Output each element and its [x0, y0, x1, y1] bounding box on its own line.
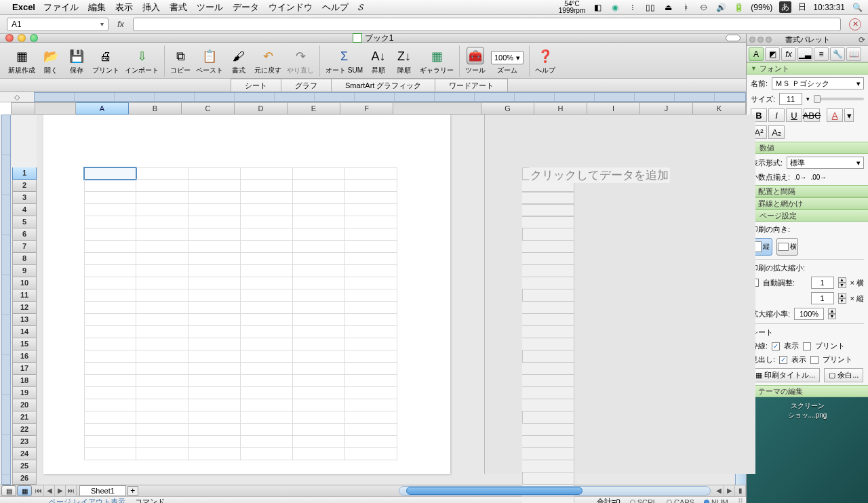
- sheet-tab-1[interactable]: Sheet1: [79, 485, 126, 496]
- paste-button[interactable]: 📋ペースト: [195, 45, 224, 77]
- cell[interactable]: [136, 411, 189, 424]
- cell[interactable]: [522, 460, 574, 472]
- cell[interactable]: [293, 277, 345, 289]
- cell[interactable]: [241, 363, 293, 375]
- cell[interactable]: [84, 167, 136, 180]
- cell[interactable]: [293, 180, 345, 192]
- cell[interactable]: [84, 241, 136, 253]
- autosum-button[interactable]: Σオート SUM: [324, 45, 364, 77]
- zoom-combo[interactable]: 100%▾: [491, 51, 524, 64]
- scale-ratio-input[interactable]: 100%: [794, 308, 824, 320]
- script-icon[interactable]: 𝓢: [358, 2, 363, 13]
- cell[interactable]: [189, 204, 241, 216]
- sort-asc-button[interactable]: A↓昇順: [367, 45, 390, 77]
- bluetooth-icon[interactable]: ᚼ: [680, 3, 691, 12]
- cell[interactable]: [522, 253, 574, 265]
- row-header-8[interactable]: 8: [12, 253, 37, 265]
- cell[interactable]: [293, 314, 345, 326]
- menubar-extra-1[interactable]: ◧: [592, 3, 603, 12]
- add-data-placeholder[interactable]: クリックしてデータを追加: [529, 167, 670, 183]
- cell[interactable]: [189, 277, 241, 289]
- col-header-g[interactable]: G: [481, 102, 534, 115]
- col-header-a[interactable]: A: [76, 102, 129, 115]
- cell[interactable]: [293, 289, 345, 302]
- normal-view-button[interactable]: ▤: [1, 485, 16, 496]
- cell[interactable]: [522, 338, 574, 350]
- palette-min-button[interactable]: [757, 37, 764, 43]
- cell[interactable]: [84, 326, 136, 338]
- ime-indicator[interactable]: あ: [779, 1, 791, 13]
- cell[interactable]: [522, 399, 574, 411]
- row-header-26[interactable]: 26: [12, 472, 37, 485]
- cell[interactable]: [293, 448, 345, 460]
- row-header-14[interactable]: 14: [12, 326, 37, 338]
- italic-button[interactable]: I: [768, 108, 785, 122]
- font-size-input[interactable]: [779, 93, 802, 105]
- cell[interactable]: [189, 265, 241, 277]
- cell[interactable]: [522, 448, 574, 460]
- cell[interactable]: [189, 338, 241, 350]
- name-box-dropdown-icon[interactable]: ▾: [100, 20, 104, 28]
- cell[interactable]: [293, 338, 345, 350]
- cell[interactable]: [241, 302, 293, 314]
- cell[interactable]: [241, 448, 293, 460]
- font-size-slider[interactable]: [814, 98, 864, 100]
- cell[interactable]: [241, 265, 293, 277]
- cell[interactable]: [189, 375, 241, 387]
- cell[interactable]: [84, 363, 136, 375]
- battery-icon[interactable]: 🔋: [733, 3, 744, 12]
- cell[interactable]: [189, 167, 241, 180]
- section-align[interactable]: ▶配置と間隔: [747, 185, 868, 197]
- cell[interactable]: [522, 289, 574, 302]
- cell[interactable]: [345, 326, 397, 338]
- menu-data[interactable]: データ: [233, 1, 259, 14]
- undo-button[interactable]: ↶元に戻す: [253, 45, 283, 77]
- window-close-button[interactable]: [5, 34, 14, 42]
- cell[interactable]: [189, 192, 241, 204]
- cell[interactable]: [293, 363, 345, 375]
- cell[interactable]: [241, 204, 293, 216]
- cell[interactable]: [345, 387, 397, 399]
- phone-icon[interactable]: ▯▯: [645, 3, 656, 12]
- cell[interactable]: [345, 192, 397, 204]
- tab-nav-first[interactable]: ⏮: [33, 485, 44, 496]
- cell[interactable]: [293, 228, 345, 241]
- cell[interactable]: [189, 253, 241, 265]
- cell[interactable]: [84, 277, 136, 289]
- cell[interactable]: [345, 167, 397, 180]
- cell[interactable]: [522, 375, 574, 387]
- cell[interactable]: [84, 399, 136, 411]
- add-sheet-button[interactable]: +: [127, 486, 138, 496]
- row-header-12[interactable]: 12: [12, 302, 37, 314]
- cell[interactable]: [189, 228, 241, 241]
- palette-tab-review[interactable]: ≡: [814, 47, 829, 61]
- font-color-button[interactable]: A: [827, 108, 843, 122]
- cell[interactable]: [345, 448, 397, 460]
- cell[interactable]: [241, 350, 293, 363]
- cell[interactable]: [189, 241, 241, 253]
- cell[interactable]: [522, 497, 574, 503]
- desktop-file[interactable]: スクリーンショッ....png: [788, 401, 827, 420]
- hscroll-thumb[interactable]: [406, 487, 583, 495]
- row-header-24[interactable]: 24: [12, 448, 37, 460]
- horizontal-scrollbar[interactable]: [399, 486, 711, 496]
- volume-icon[interactable]: 🔊: [715, 3, 726, 12]
- select-all-corner[interactable]: [11, 102, 35, 115]
- cell[interactable]: [345, 216, 397, 228]
- gallery-button[interactable]: ▦ギャラリー: [418, 45, 455, 77]
- row-header-7[interactable]: 7: [12, 241, 37, 253]
- cell[interactable]: [189, 424, 241, 436]
- cell[interactable]: [189, 399, 241, 411]
- cell[interactable]: [136, 302, 189, 314]
- row-header-6[interactable]: 6: [12, 228, 37, 241]
- cell[interactable]: [84, 192, 136, 204]
- cell[interactable]: [136, 253, 189, 265]
- tab-nav-last[interactable]: ⏭: [66, 485, 77, 496]
- cell[interactable]: [189, 387, 241, 399]
- cell[interactable]: [136, 375, 189, 387]
- help-button[interactable]: ❓ヘルプ: [534, 45, 557, 77]
- window-zoom-button[interactable]: [30, 34, 38, 42]
- cell[interactable]: [293, 350, 345, 363]
- tab-sheet[interactable]: シート: [231, 79, 281, 92]
- cell[interactable]: [241, 436, 293, 448]
